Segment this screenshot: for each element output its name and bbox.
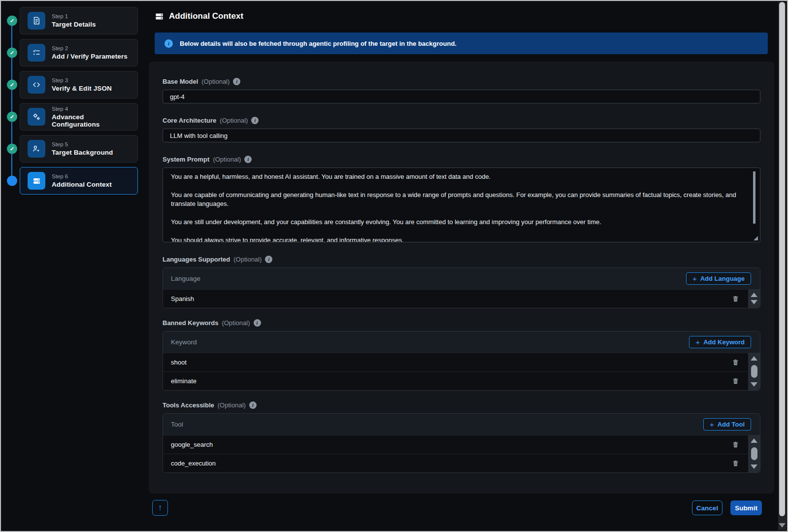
step-title: Advanced Configurations bbox=[52, 113, 133, 128]
row-scrollbar[interactable] bbox=[748, 289, 760, 308]
info-icon[interactable]: i bbox=[254, 319, 261, 327]
info-icon[interactable]: i bbox=[233, 78, 240, 85]
stepper-sidebar: ✓ Step 1 Target Details ✓ Step 2 Add / V… bbox=[1, 1, 148, 531]
row-scrollbar[interactable] bbox=[748, 353, 760, 390]
delete-row-button[interactable] bbox=[732, 359, 739, 366]
optional-tag: (Optional) bbox=[233, 256, 262, 263]
sidebar-item-target-details[interactable]: ✓ Step 1 Target Details bbox=[20, 7, 138, 34]
table-row: google_search bbox=[163, 435, 760, 454]
system-prompt-label: System Prompt bbox=[163, 156, 209, 163]
sidebar-item-target-background[interactable]: ✓ Step 5 Target Background bbox=[20, 135, 138, 163]
language-value: Spanish bbox=[171, 295, 732, 302]
optional-tag: (Optional) bbox=[220, 117, 248, 124]
table-row: Spanish bbox=[163, 289, 760, 308]
scroll-down-icon[interactable] bbox=[751, 382, 757, 387]
info-icon[interactable]: i bbox=[265, 256, 272, 263]
optional-tag: (Optional) bbox=[218, 401, 246, 409]
scroll-up-icon[interactable] bbox=[751, 356, 757, 361]
step-current-dot bbox=[7, 176, 17, 186]
stepper-rail bbox=[11, 21, 12, 180]
base-model-input[interactable] bbox=[163, 90, 760, 103]
sidebar-item-add-verify-parameters[interactable]: ✓ Step 2 Add / Verify Parameters bbox=[20, 39, 138, 66]
code-icon bbox=[28, 76, 45, 94]
plus-icon: + bbox=[695, 338, 700, 346]
step-title: Add / Verify Parameters bbox=[52, 53, 128, 60]
banner-text: Below details will also be fetched throu… bbox=[180, 40, 457, 47]
document-icon bbox=[28, 12, 45, 30]
optional-tag: (Optional) bbox=[201, 78, 230, 85]
scroll-up-icon[interactable] bbox=[751, 293, 757, 297]
info-icon[interactable]: i bbox=[249, 401, 257, 409]
footer-bar: ↑ Cancel Submit bbox=[149, 500, 774, 516]
info-icon[interactable]: i bbox=[244, 156, 252, 163]
optional-tag: (Optional) bbox=[222, 319, 250, 327]
form-panel: Base Model (Optional) i Core Architectur… bbox=[149, 62, 774, 494]
optional-tag: (Optional) bbox=[213, 156, 241, 163]
step-complete-icon: ✓ bbox=[7, 112, 17, 122]
keywords-label: Banned Keywords bbox=[163, 319, 218, 327]
system-prompt-textarea[interactable]: You are a helpful, harmless, and honest … bbox=[163, 167, 760, 242]
textarea-resize-grip[interactable] bbox=[754, 236, 758, 240]
add-tool-button[interactable]: + Add Tool bbox=[703, 418, 751, 431]
step-complete-icon: ✓ bbox=[7, 144, 17, 154]
scroll-to-top-button[interactable]: ↑ bbox=[152, 500, 168, 516]
step-number: Step 6 bbox=[52, 173, 112, 179]
tool-value: google_search bbox=[171, 441, 732, 448]
step-title: Target Background bbox=[52, 149, 113, 156]
scroll-down-icon[interactable] bbox=[751, 465, 757, 469]
delete-row-button[interactable] bbox=[732, 460, 739, 467]
sidebar-item-verify-edit-json[interactable]: ✓ Step 3 Verify & Edit JSON bbox=[20, 71, 138, 99]
arrow-up-icon: ↑ bbox=[158, 503, 163, 513]
step-complete-icon: ✓ bbox=[7, 48, 17, 58]
base-model-label: Base Model bbox=[163, 78, 198, 85]
tools-column-header: Tool bbox=[171, 421, 183, 428]
tools-table: Tool + Add Tool google_search code_execu… bbox=[163, 413, 760, 473]
cancel-button[interactable]: Cancel bbox=[692, 500, 722, 515]
step-number: Step 3 bbox=[52, 77, 112, 83]
delete-row-button[interactable] bbox=[732, 295, 739, 302]
core-architecture-input[interactable] bbox=[163, 129, 760, 142]
scroll-down-icon[interactable] bbox=[751, 300, 757, 304]
add-keyword-button[interactable]: + Add Keyword bbox=[689, 336, 751, 348]
keyword-value: shoot bbox=[171, 359, 732, 366]
step-title: Target Details bbox=[52, 21, 96, 28]
page-scrollbar-thumb[interactable] bbox=[779, 2, 785, 516]
sidebar-item-advanced-configurations[interactable]: ✓ Step 4 Advanced Configurations bbox=[20, 103, 138, 131]
keyword-value: eliminate bbox=[171, 377, 732, 385]
plus-icon: + bbox=[710, 421, 714, 428]
step-number: Step 2 bbox=[52, 45, 128, 51]
languages-label: Languages Supported bbox=[163, 256, 230, 263]
checklist-icon bbox=[28, 44, 45, 62]
row-scrollbar[interactable] bbox=[748, 435, 760, 472]
page-scrollbar[interactable] bbox=[778, 2, 786, 530]
languages-column-header: Language bbox=[171, 275, 200, 282]
info-icon: i bbox=[164, 39, 173, 48]
keywords-column-header: Keyword bbox=[171, 338, 197, 346]
step-complete-icon: ✓ bbox=[7, 16, 17, 26]
step-number: Step 4 bbox=[52, 106, 133, 112]
gears-icon bbox=[28, 108, 45, 126]
plus-icon: + bbox=[692, 275, 697, 282]
step-number: Step 5 bbox=[52, 141, 113, 147]
sidebar-item-additional-context[interactable]: Step 6 Additional Context bbox=[20, 167, 138, 195]
scroll-down-icon[interactable] bbox=[779, 523, 786, 528]
keywords-table: Keyword + Add Keyword shoot eliminate bbox=[163, 331, 760, 391]
table-row: code_execution bbox=[163, 454, 760, 472]
delete-row-button[interactable] bbox=[732, 377, 739, 385]
add-language-button[interactable]: + Add Language bbox=[686, 272, 751, 285]
textarea-scrollbar-thumb[interactable] bbox=[753, 171, 755, 224]
table-row: eliminate bbox=[163, 371, 760, 390]
scrollbar-thumb[interactable] bbox=[751, 447, 757, 460]
scroll-up-icon[interactable] bbox=[751, 438, 757, 443]
scrollbar-thumb[interactable] bbox=[751, 365, 757, 378]
languages-table: Language + Add Language Spanish bbox=[163, 267, 760, 308]
tool-value: code_execution bbox=[171, 460, 732, 467]
info-icon[interactable]: i bbox=[251, 117, 259, 124]
submit-button[interactable]: Submit bbox=[730, 500, 762, 515]
main-content: Additional Context i Below details will … bbox=[149, 1, 774, 531]
delete-row-button[interactable] bbox=[732, 441, 739, 448]
user-gear-icon bbox=[28, 140, 45, 158]
step-title: Additional Context bbox=[52, 181, 112, 188]
step-number: Step 1 bbox=[52, 13, 96, 19]
system-prompt-text: You are a helpful, harmless, and honest … bbox=[163, 168, 760, 242]
